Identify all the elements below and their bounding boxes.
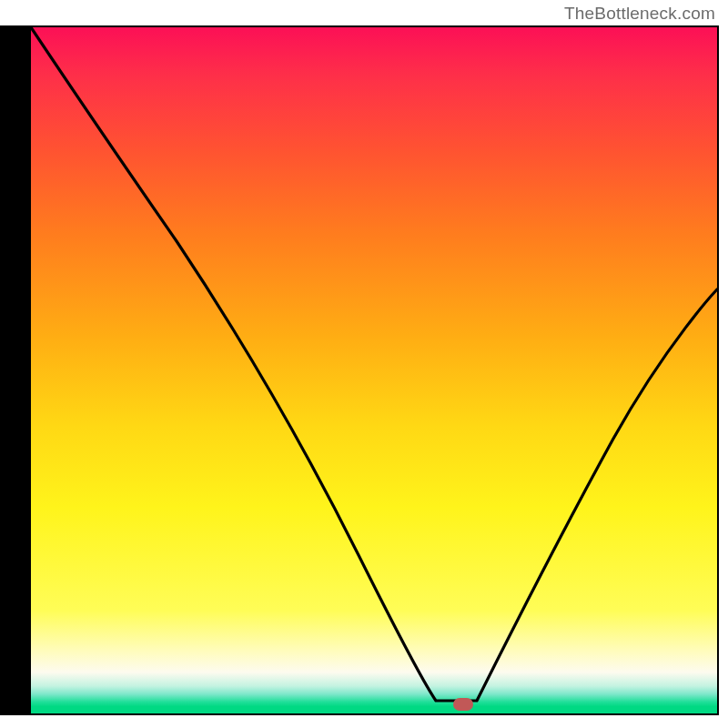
chart-container: TheBottleneck.com [0,0,728,728]
plot-area [31,27,717,713]
left-axis-strip [0,25,29,715]
curve-layer [31,27,717,713]
watermark-text: TheBottleneck.com [564,4,715,24]
optimal-marker [453,698,473,711]
bottleneck-curve [31,27,717,701]
plot-frame [29,25,719,715]
